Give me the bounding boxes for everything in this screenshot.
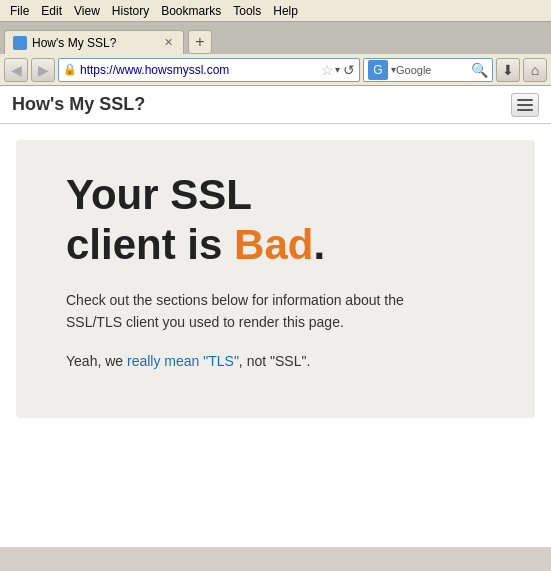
headline-part2: client is: [66, 221, 234, 268]
body-text-1: Check out the sections below for informa…: [66, 289, 446, 334]
menu-edit[interactable]: Edit: [35, 2, 68, 20]
headline-dot: .: [313, 221, 325, 268]
home-icon: ⌂: [531, 62, 539, 78]
download-button[interactable]: ⬇: [496, 58, 520, 82]
body-text-2: Yeah, we really mean "TLS", not "SSL".: [66, 350, 446, 372]
home-button[interactable]: ⌂: [523, 58, 547, 82]
headline-part1: Your SSL: [66, 171, 252, 218]
new-tab-button[interactable]: +: [188, 30, 212, 54]
back-icon: ◀: [11, 62, 22, 78]
back-button[interactable]: ◀: [4, 58, 28, 82]
menu-help[interactable]: Help: [267, 2, 304, 20]
address-text: https://www.howsmyssl.com: [80, 63, 318, 77]
menu-tools[interactable]: Tools: [227, 2, 267, 20]
forward-icon: ▶: [38, 62, 49, 78]
hamburger-line-1: [517, 99, 533, 101]
active-tab[interactable]: How's My SSL? ✕: [4, 30, 184, 54]
headline: Your SSL client is Bad.: [66, 170, 505, 271]
tls-link[interactable]: really mean "TLS": [127, 353, 239, 369]
headline-bad: Bad: [234, 221, 313, 268]
nav-bar: ◀ ▶ 🔒 https://www.howsmyssl.com ☆ ▾ ↺ G …: [0, 54, 551, 86]
menu-history[interactable]: History: [106, 2, 155, 20]
hamburger-line-3: [517, 109, 533, 111]
search-submit-icon[interactable]: 🔍: [471, 62, 488, 78]
menu-bookmarks[interactable]: Bookmarks: [155, 2, 227, 20]
body2-suffix: , not "SSL".: [239, 353, 310, 369]
address-bar[interactable]: 🔒 https://www.howsmyssl.com ☆ ▾ ↺: [58, 58, 360, 82]
lock-icon: 🔒: [63, 63, 77, 77]
menu-view[interactable]: View: [68, 2, 106, 20]
forward-button[interactable]: ▶: [31, 58, 55, 82]
bookmark-star-icon[interactable]: ☆: [321, 62, 334, 78]
menu-bar: File Edit View History Bookmarks Tools H…: [0, 0, 551, 22]
address-dropdown-icon[interactable]: ▾: [335, 64, 340, 75]
body2-prefix: Yeah, we: [66, 353, 127, 369]
search-placeholder: Google: [396, 64, 471, 76]
tab-close-button[interactable]: ✕: [161, 36, 175, 50]
tab-label: How's My SSL?: [32, 36, 155, 50]
content-card: Your SSL client is Bad. Check out the se…: [16, 140, 535, 418]
menu-file[interactable]: File: [4, 2, 35, 20]
tab-bar: How's My SSL? ✕ +: [0, 22, 551, 54]
search-bar[interactable]: G ▾ Google 🔍: [363, 58, 493, 82]
hamburger-line-2: [517, 104, 533, 106]
hamburger-menu-button[interactable]: [511, 93, 539, 117]
search-engine-icon[interactable]: G: [368, 60, 388, 80]
page-title: How's My SSL?: [12, 94, 145, 115]
tab-favicon: [13, 36, 27, 50]
download-icon: ⬇: [502, 62, 514, 78]
page-header: How's My SSL?: [0, 86, 551, 124]
browser-content: Your SSL client is Bad. Check out the se…: [0, 124, 551, 547]
reload-icon[interactable]: ↺: [343, 62, 355, 78]
